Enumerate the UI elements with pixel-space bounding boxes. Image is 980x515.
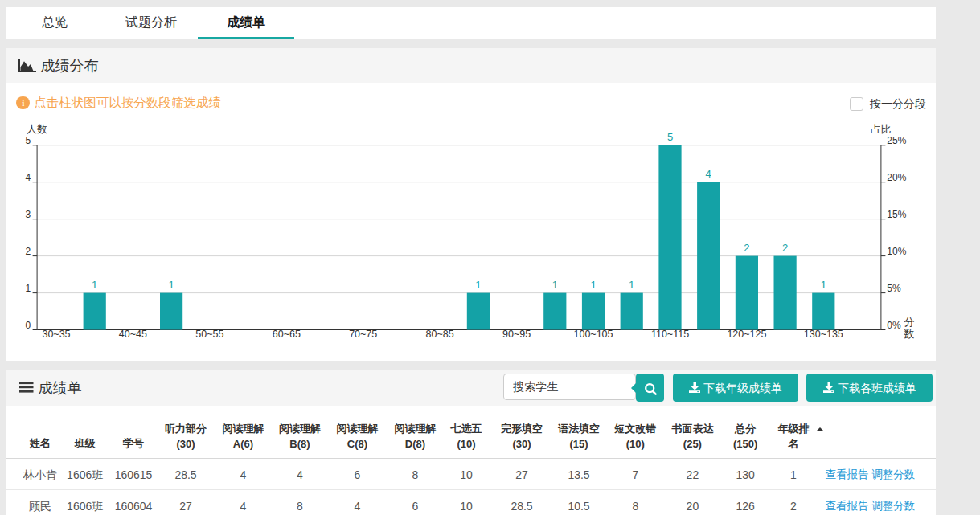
svg-text:60~65: 60~65 <box>273 329 301 340</box>
svg-text:占比: 占比 <box>871 123 892 135</box>
svg-text:100~105: 100~105 <box>573 329 613 340</box>
svg-text:40~45: 40~45 <box>119 329 147 340</box>
svg-text:1: 1 <box>168 279 174 291</box>
svg-text:15%: 15% <box>887 209 906 220</box>
svg-text:5: 5 <box>667 131 673 143</box>
svg-text:2: 2 <box>782 242 788 254</box>
svg-text:20%: 20% <box>887 172 906 183</box>
svg-text:1: 1 <box>821 279 826 291</box>
svg-text:1: 1 <box>552 279 558 291</box>
svg-text:50~55: 50~55 <box>195 329 223 340</box>
svg-text:110~115: 110~115 <box>651 329 689 340</box>
svg-text:80~85: 80~85 <box>426 329 454 340</box>
svg-text:1: 1 <box>590 279 596 291</box>
svg-text:1: 1 <box>475 279 481 291</box>
svg-text:130~135: 130~135 <box>804 329 843 340</box>
svg-text:70~75: 70~75 <box>349 329 377 340</box>
svg-text:人数: 人数 <box>27 123 47 135</box>
svg-text:2: 2 <box>25 246 31 257</box>
svg-text:4: 4 <box>25 172 31 183</box>
svg-text:90~95: 90~95 <box>502 329 531 340</box>
svg-text:120~125: 120~125 <box>727 329 766 340</box>
svg-text:0: 0 <box>25 320 31 331</box>
svg-text:10%: 10% <box>887 246 906 257</box>
svg-text:0%: 0% <box>887 320 901 331</box>
svg-text:分: 分 <box>904 316 915 328</box>
svg-text:1: 1 <box>25 283 31 294</box>
svg-text:30~35: 30~35 <box>42 329 70 340</box>
svg-text:1: 1 <box>92 279 97 291</box>
svg-text:数: 数 <box>904 328 915 340</box>
svg-text:4: 4 <box>706 168 711 180</box>
svg-text:5: 5 <box>25 135 31 146</box>
svg-text:1: 1 <box>629 279 634 291</box>
svg-text:2: 2 <box>744 242 749 254</box>
svg-text:3: 3 <box>25 209 31 220</box>
svg-text:25%: 25% <box>887 135 906 146</box>
svg-text:5%: 5% <box>887 283 901 294</box>
